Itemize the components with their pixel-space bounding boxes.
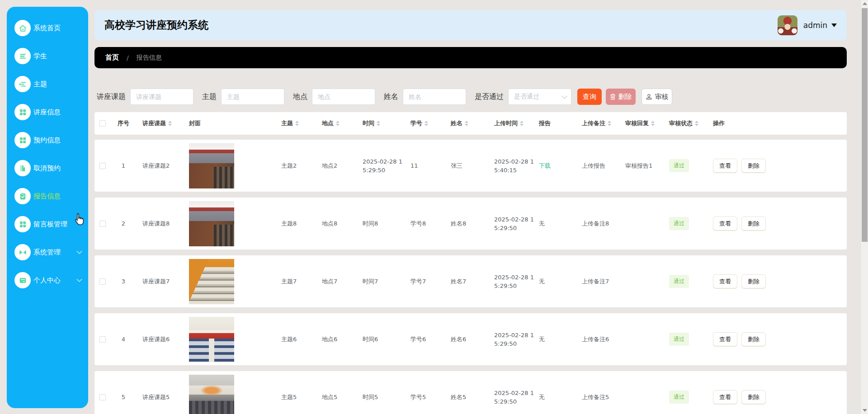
username: admin	[803, 21, 827, 30]
cell-report: 无	[534, 278, 573, 286]
download-link[interactable]: 下载	[539, 162, 551, 170]
view-button[interactable]: 查看	[713, 274, 737, 288]
breadcrumb-home[interactable]: 首页	[105, 53, 119, 62]
cell-seq: 4	[111, 336, 136, 343]
sort-carets-icon[interactable]	[168, 121, 172, 126]
table-row: 2 讲座课题8 主题8 地点8 时间8 学号8 姓名8 2025-02-28 1…	[94, 198, 847, 249]
user-menu[interactable]: admin	[778, 15, 837, 35]
cell-remark: 上传备注6	[573, 335, 615, 343]
sort-carets-icon[interactable]	[465, 121, 468, 126]
cell-topic: 讲座课题5	[136, 393, 186, 401]
sidebar-item[interactable]: 预约信息	[7, 126, 88, 154]
cell-actions: 查看 删除	[702, 332, 847, 346]
sidebar-item[interactable]: 系统首页	[7, 14, 88, 42]
row-delete-button[interactable]: 删除	[741, 159, 766, 173]
row-checkbox[interactable]	[94, 336, 111, 343]
cell-upload-time: 2025-02-28 15:29:50	[483, 273, 534, 290]
chevron-down-icon[interactable]	[76, 248, 82, 257]
sidebar-item-label: 讲座信息	[33, 108, 61, 117]
sidebar-item[interactable]: 学生	[7, 42, 88, 70]
row-delete-button[interactable]: 删除	[741, 274, 766, 288]
cover-image[interactable]	[189, 143, 234, 188]
sort-carets-icon[interactable]	[608, 121, 611, 126]
row-checkbox[interactable]	[94, 278, 111, 285]
row-checkbox[interactable]	[94, 163, 111, 169]
column-header[interactable]: 学号	[409, 119, 442, 127]
row-delete-button[interactable]: 删除	[741, 332, 766, 346]
cover-image[interactable]	[189, 201, 234, 246]
cover-image[interactable]	[189, 259, 234, 304]
sidebar-item[interactable]: 个人中心	[7, 266, 88, 294]
audit-button[interactable]: 审核	[642, 89, 672, 105]
column-header[interactable]: 讲座课题	[136, 119, 186, 127]
search-button[interactable]: 查询	[577, 89, 602, 105]
column-header[interactable]: 上传时间	[483, 119, 534, 127]
filter-input[interactable]	[403, 89, 466, 105]
chevron-down-icon[interactable]	[76, 276, 82, 285]
view-button[interactable]: 查看	[713, 216, 737, 231]
filter-input[interactable]	[312, 89, 375, 105]
sidebar-item[interactable]: 报告信息	[7, 182, 88, 210]
view-button[interactable]: 查看	[713, 159, 737, 173]
cell-time: 时间6	[358, 335, 409, 343]
cell-upload-time: 2025-02-28 15:40:15	[483, 157, 534, 174]
vertical-scrollbar[interactable]	[860, 0, 868, 414]
column-header[interactable]: 主题	[276, 119, 317, 127]
sidebar-item[interactable]: 系统管理	[7, 238, 88, 266]
column-header[interactable]: 地点	[317, 119, 358, 127]
view-button[interactable]: 查看	[713, 390, 737, 404]
row-checkbox[interactable]	[94, 221, 111, 227]
cell-report: 无	[534, 393, 573, 401]
sort-carets-icon[interactable]	[377, 121, 380, 126]
filter-input[interactable]	[130, 89, 193, 105]
row-delete-button[interactable]: 删除	[741, 390, 766, 404]
user-dropdown-caret-icon[interactable]	[831, 24, 837, 27]
cell-time: 2025-02-28 15:29:50	[358, 157, 409, 174]
scroll-down-button[interactable]	[861, 407, 868, 414]
cell-theme: 主题7	[276, 278, 317, 286]
status-badge: 通过	[669, 390, 689, 404]
sort-carets-icon[interactable]	[695, 121, 698, 126]
sidebar-item[interactable]: 讲座信息	[7, 98, 88, 126]
sidebar-item[interactable]: 主题	[7, 70, 88, 98]
scrollbar-thumb[interactable]	[862, 8, 868, 242]
book-icon	[14, 160, 31, 176]
cell-actions: 查看 删除	[702, 274, 847, 288]
view-button[interactable]: 查看	[713, 332, 737, 346]
scroll-up-button[interactable]	[861, 0, 868, 7]
row-checkbox[interactable]	[94, 394, 111, 400]
column-header[interactable]: 审核回复	[615, 119, 659, 127]
cover-image[interactable]	[189, 375, 234, 414]
cell-student-no: 学号8	[409, 220, 442, 228]
sort-carets-icon[interactable]	[520, 121, 524, 126]
cell-name: 姓名8	[442, 220, 483, 228]
table-row: 4 讲座课题6 主题6 地点6 时间6 学号6 姓名6 2025-02-28 1…	[94, 313, 847, 365]
row-delete-button[interactable]: 删除	[741, 216, 766, 231]
delete-button[interactable]: 删除	[606, 89, 636, 105]
column-header[interactable]: 上传备注	[573, 119, 615, 127]
pass-status-select[interactable]: 是否通过	[508, 89, 571, 105]
cell-cover	[186, 143, 276, 188]
sidebar-item[interactable]: 取消预约	[7, 154, 88, 182]
column-header[interactable]: 时间	[358, 119, 409, 127]
cell-report: 无	[534, 335, 573, 343]
select-all-checkbox[interactable]	[94, 120, 111, 127]
cover-image[interactable]	[189, 317, 234, 362]
cell-place: 地点6	[317, 335, 358, 343]
scroll-up-icon	[863, 2, 867, 5]
breadcrumb-current: 报告信息	[137, 54, 162, 62]
home-icon	[14, 20, 31, 36]
sidebar-item-label: 学生	[33, 52, 47, 61]
sidebar-item-label: 系统管理	[33, 248, 61, 257]
cell-seq: 3	[111, 278, 136, 285]
cell-name: 姓名6	[442, 335, 483, 343]
topic-list-icon	[14, 76, 31, 92]
sort-carets-icon[interactable]	[295, 121, 299, 126]
sort-carets-icon[interactable]	[425, 121, 428, 126]
sort-carets-icon[interactable]	[336, 121, 340, 126]
filter-input[interactable]	[221, 89, 284, 105]
avatar[interactable]	[778, 15, 797, 35]
column-header[interactable]: 姓名	[442, 119, 483, 127]
column-header[interactable]: 审核状态	[659, 119, 702, 127]
sort-carets-icon[interactable]	[651, 121, 655, 126]
